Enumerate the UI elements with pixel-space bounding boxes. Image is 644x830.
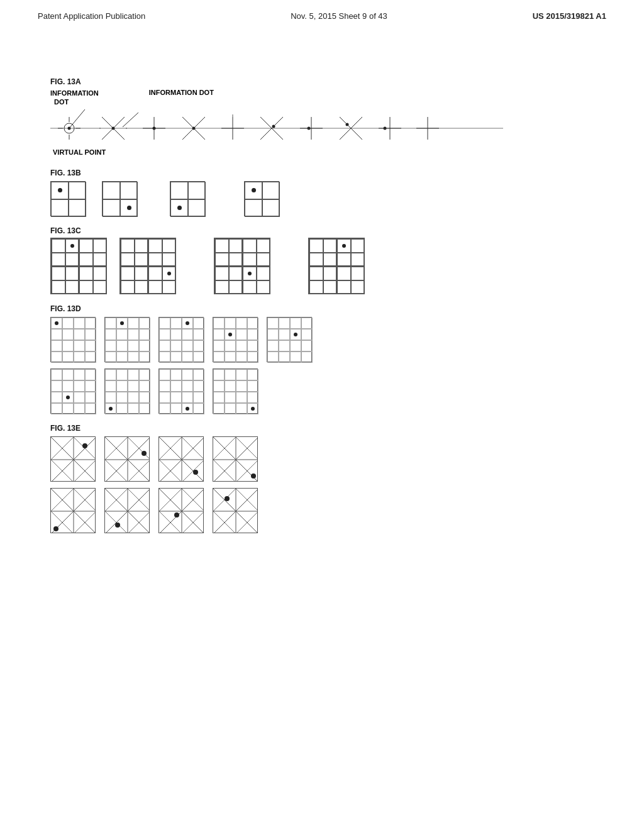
dot	[127, 206, 131, 210]
fig13b-grid4	[244, 181, 279, 216]
svg-point-16	[153, 126, 156, 130]
svg-point-101	[53, 526, 58, 531]
cell-tl	[103, 182, 120, 199]
fig13e-diag5	[50, 488, 96, 533]
header-right: US 2015/319821 A1	[533, 11, 606, 21]
dot	[58, 188, 62, 192]
fig13e-diag4	[213, 436, 258, 482]
dot	[252, 188, 256, 192]
fig13d-grid8	[158, 368, 204, 414]
cell-bl	[245, 199, 262, 217]
svg-line-125	[182, 511, 204, 533]
svg-point-75	[193, 470, 198, 475]
fig13c-label: FIG. 13C	[50, 226, 594, 235]
annotation-info-dot: INFORMATION DOT	[50, 89, 99, 107]
fig13d-grid7	[104, 368, 150, 414]
fig13d-grid4	[213, 317, 258, 362]
fig13b-label: FIG. 13B	[50, 169, 594, 177]
cell-br	[69, 199, 86, 217]
svg-line-99	[74, 511, 96, 533]
fig13d-label: FIG. 13D	[50, 304, 594, 313]
cell-br	[262, 199, 280, 217]
fig13b-section: FIG. 13B	[50, 169, 594, 216]
page-header: Patent Application Publication Nov. 5, 2…	[0, 0, 644, 21]
fig13e-diag8	[213, 488, 258, 533]
svg-point-49	[82, 443, 87, 448]
fig13b-grid2	[102, 181, 137, 216]
svg-point-114	[115, 523, 120, 528]
fig13e-row1	[50, 436, 594, 482]
svg-point-19	[192, 126, 196, 130]
fig13c-grids	[50, 238, 594, 294]
fig13e-diag7	[158, 488, 204, 533]
cell-tl	[170, 182, 188, 199]
virtual-point-label: VIRTUAL POINT	[53, 148, 594, 156]
crosshair-diagram	[50, 109, 516, 147]
fig13d-grid3	[158, 317, 204, 362]
svg-point-62	[142, 451, 147, 456]
fig13b-grid1	[50, 181, 86, 216]
cell-br	[120, 199, 138, 217]
fig13c-section: FIG. 13C	[50, 226, 594, 294]
svg-point-4	[68, 126, 71, 130]
fig13a-section: FIG. 13A INFORMATION DOT INFORMATION DOT	[50, 77, 594, 156]
svg-point-31	[346, 123, 349, 126]
fig13e-diag1	[50, 436, 96, 482]
fig13d-row1	[50, 317, 594, 362]
fig13d-grid1	[50, 317, 96, 362]
fig13d-grid9	[213, 368, 258, 414]
cell-tl	[51, 182, 69, 199]
cell-br	[188, 199, 206, 217]
cell-bl	[103, 199, 120, 217]
svg-line-138	[236, 511, 258, 533]
fig13d-grid6	[50, 368, 96, 414]
svg-point-25	[272, 124, 275, 128]
svg-point-88	[251, 473, 256, 479]
fig13c-group2	[119, 238, 176, 294]
fig13d-grid2	[104, 317, 150, 362]
fig13a-label: FIG. 13A	[50, 77, 594, 86]
svg-line-73	[182, 460, 204, 482]
svg-line-0	[69, 109, 85, 128]
fig13e-label: FIG. 13E	[50, 424, 594, 433]
annotation-info-dot2: INFORMATION DOT	[149, 89, 214, 96]
svg-point-140	[225, 496, 230, 501]
cell-tl	[245, 182, 262, 199]
svg-line-47	[74, 460, 96, 482]
fig13d-section: FIG. 13D	[50, 304, 594, 414]
cell-tr	[69, 182, 86, 199]
fig13b-grid3	[170, 181, 205, 216]
fig13e-diag3	[158, 436, 204, 482]
header-center: Nov. 5, 2015 Sheet 9 of 43	[291, 11, 387, 21]
header-left: Patent Application Publication	[38, 11, 145, 21]
svg-point-127	[174, 512, 179, 517]
cell-bl	[170, 199, 188, 217]
svg-line-86	[236, 460, 258, 482]
fig13c-group4	[308, 238, 365, 294]
fig13c-group3	[214, 238, 270, 294]
svg-line-1	[123, 113, 138, 127]
dot	[177, 206, 182, 210]
svg-line-112	[128, 511, 150, 533]
cell-tr	[188, 182, 206, 199]
fig13e-section: FIG. 13E	[50, 424, 594, 533]
fig13e-row2	[50, 488, 594, 533]
main-content: FIG. 13A INFORMATION DOT INFORMATION DOT	[0, 21, 644, 552]
fig13e-diag2	[104, 436, 150, 482]
svg-point-11	[112, 126, 115, 130]
fig13d-grid5	[267, 317, 312, 362]
cell-bl	[51, 199, 69, 217]
svg-line-60	[128, 460, 150, 482]
cell-tr	[262, 182, 280, 199]
fig13b-grids	[50, 181, 594, 216]
fig13e-diag6	[104, 488, 150, 533]
fig13d-row2	[50, 368, 594, 414]
cell-tr	[120, 182, 138, 199]
fig13c-group1	[50, 238, 107, 294]
